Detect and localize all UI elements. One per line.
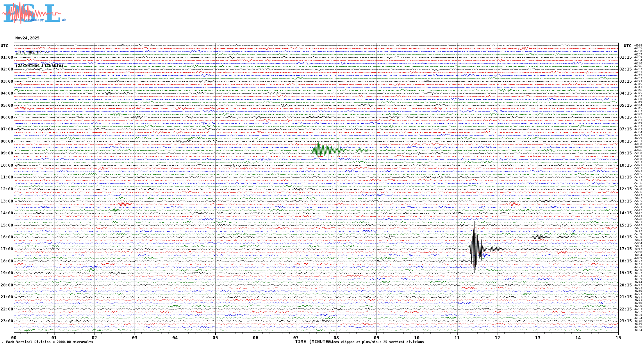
- minute-label: 04: [169, 335, 180, 340]
- left-time-label: 02:00: [0, 67, 13, 71]
- minute-label: 15: [613, 335, 624, 340]
- minute-label: 10: [411, 335, 422, 340]
- left-time-label: 23:00: [0, 319, 13, 323]
- left-time-label: 21:00: [0, 295, 13, 299]
- seismogram-canvas: [0, 0, 644, 346]
- left-time-label: 05:00: [0, 103, 13, 107]
- utc-label-left: UTC: [1, 43, 8, 48]
- minute-label: 12: [492, 335, 503, 340]
- left-time-label: 16:00: [0, 235, 13, 239]
- left-time-label: 13:00: [0, 199, 13, 203]
- header-date: Nov24,2025: [15, 36, 64, 41]
- left-time-label: 04:00: [0, 91, 13, 95]
- corner-glyph: ₘ: [2, 341, 3, 343]
- clip-note: Traces clipped at plus/minus 25 vertical…: [327, 340, 424, 344]
- division-note: Each Vertical Division = 2000.00 microvo…: [6, 340, 93, 344]
- psl-logo: P S L atras eismology ab: [1, 1, 67, 26]
- minute-label: 06: [250, 335, 261, 340]
- minute-label: 09: [371, 335, 382, 340]
- minute-label: 03: [129, 335, 140, 340]
- minute-label: 14: [573, 335, 583, 340]
- left-time-label: 07:00: [0, 127, 13, 131]
- left-time-label: 18:00: [0, 259, 13, 263]
- minute-label: 11: [452, 335, 463, 340]
- left-time-label: 22:00: [0, 307, 13, 311]
- logo-word-ab: ab: [62, 18, 66, 21]
- minute-label: 02: [89, 335, 100, 340]
- left-time-label: 20:00: [0, 283, 13, 287]
- minute-label: 01: [49, 335, 60, 340]
- left-time-label: 03:00: [0, 79, 13, 83]
- header-block: Nov24,2025 LTHK HHZ HP -- (ZAKYNTHOS-LIT…: [15, 27, 64, 78]
- utc-label-right: UTC: [624, 43, 631, 48]
- minute-label: 13: [532, 335, 543, 340]
- left-time-label: 09:00: [0, 151, 13, 155]
- left-time-label: 10:00: [0, 163, 13, 167]
- left-time-label: 14:00: [0, 211, 13, 215]
- left-time-label: 01:00: [0, 55, 13, 59]
- helicorder-page: P S L atras eismology ab Nov24,2025 LTHK…: [0, 0, 644, 346]
- left-time-label: 11:00: [0, 175, 13, 179]
- minute-label: 05: [210, 335, 221, 340]
- left-time-label: 06:00: [0, 115, 13, 119]
- minute-label: 00: [8, 335, 19, 340]
- left-time-label: 15:00: [0, 223, 13, 227]
- left-time-label: 08:00: [0, 139, 13, 143]
- header-station: LTHK HHZ HP --: [15, 50, 64, 55]
- row-offset-value: -6134: [633, 328, 642, 332]
- left-time-label: 17:00: [0, 247, 13, 251]
- header-location: (ZAKYNTHOS-LITHAKIA): [15, 64, 64, 69]
- left-time-label: 12:00: [0, 187, 13, 191]
- left-time-label: 19:00: [0, 271, 13, 275]
